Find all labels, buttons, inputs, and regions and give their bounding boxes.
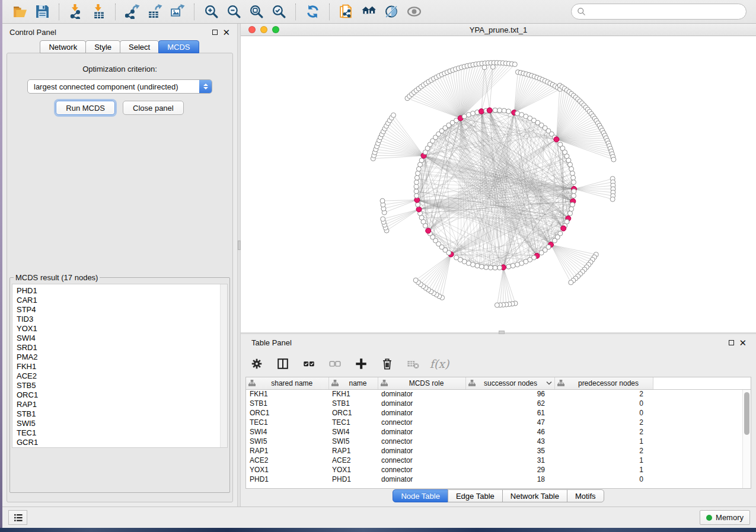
tab-network-table[interactable]: Network Table [502,489,567,502]
cell-name: SWI4 [328,427,378,437]
toggle-graphics-details-icon [384,4,399,19]
window-zoom-icon[interactable] [272,26,279,33]
toggle-graphics-details-button[interactable] [382,3,400,21]
cell-shared-name: SWI5 [246,437,328,446]
table-settings-button[interactable] [249,356,264,371]
table-row[interactable]: FKH1FKH1dominator962 [246,389,751,399]
tab-motifs[interactable]: Motifs [567,489,604,502]
export-network-button[interactable] [123,3,141,21]
close-panel-icon[interactable]: ✕ [222,30,230,35]
table-row[interactable]: ORC1ORC1dominator610 [246,408,751,418]
zoom-out-button[interactable] [225,3,243,21]
mcds-result-item[interactable]: SWI5 [17,419,227,428]
save-session-button[interactable] [33,3,51,21]
network-canvas[interactable] [241,36,756,332]
zoom-fit-button[interactable] [247,3,265,21]
mcds-result-list: PHD1CAR1STP4TID3YOX1SWI4SRD1PMA2FKH1ACE2… [12,284,228,448]
mcds-result-item[interactable]: YOX1 [17,324,227,334]
node-table: shared namenameMCDS rolesuccessor nodesp… [245,377,751,489]
cell-MCDS-role: dominator [378,427,465,437]
export-image-button[interactable] [168,3,186,21]
mcds-result-item[interactable]: TID3 [17,315,227,324]
mcds-result-item[interactable]: PMA2 [17,352,227,362]
mcds-result-item[interactable]: STP4 [17,305,227,315]
mcds-result-item[interactable]: FKH1 [17,362,227,371]
table-row[interactable]: YOX1YOX1connector291 [246,465,751,475]
search-box[interactable] [571,4,747,20]
memory-button[interactable]: Memory [700,510,750,525]
table-splitter[interactable] [241,332,756,334]
mcds-result-item[interactable]: STB1 [17,409,227,419]
share-document-button[interactable] [337,3,355,21]
export-table-button[interactable] [146,3,164,21]
tab-mcds[interactable]: MCDS [158,40,199,53]
column-header-predecessor-nodes[interactable]: predecessor nodes [554,377,653,389]
table-row[interactable]: SWI4SWI4dominator462 [246,427,751,437]
table-row[interactable]: RAP1RAP1dominator352 [246,446,751,456]
tab-node-table[interactable]: Node Table [393,489,448,502]
task-history-button[interactable] [8,510,27,525]
refresh-layout-button[interactable] [304,3,321,21]
import-table-button[interactable] [90,3,107,21]
cell-successor-nodes: 62 [465,399,554,408]
table-row[interactable]: STB1STB1dominator620 [246,399,751,408]
tab-network[interactable]: Network [40,40,86,53]
show-hide-button[interactable] [405,3,423,21]
column-header-shared-name[interactable]: shared name [246,377,328,389]
mcds-result-item[interactable]: SRD1 [17,343,227,352]
result-list-scrollbar[interactable] [220,284,227,447]
close-table-panel-icon[interactable]: ✕ [739,340,747,345]
cell-successor-nodes: 35 [465,446,554,456]
run-mcds-button[interactable]: Run MCDS [56,101,115,115]
zoom-selected-button[interactable] [270,3,288,21]
deselect-all-button[interactable] [327,356,343,371]
cell-successor-nodes: 18 [465,475,554,484]
mcds-result-item[interactable]: CAR1 [17,296,227,305]
delete-button[interactable] [379,356,395,371]
desktop-wallpaper-bottom [0,528,756,532]
table-panel-title: Table Panel [251,338,292,347]
mcds-result-item[interactable]: TEC1 [17,428,227,438]
close-panel-button[interactable]: Close panel [123,101,184,115]
cell-predecessor-nodes: 1 [554,437,653,446]
home-network-button[interactable] [360,3,378,21]
table-scrollbar[interactable] [742,390,751,488]
cell-name: STB1 [328,399,378,408]
column-header-MCDS-role[interactable]: MCDS role [378,377,465,389]
open-file-button[interactable] [11,3,28,21]
table-row[interactable]: ACE2ACE2connector311 [246,456,751,465]
mcds-result-item[interactable]: STB5 [17,381,227,390]
export-table-icon [148,4,162,19]
window-minimize-icon[interactable] [260,26,267,33]
tab-style[interactable]: Style [85,40,120,53]
table-scrollbar-thumb[interactable] [744,392,749,435]
table-row[interactable]: PHD1PHD1dominator180 [246,475,751,484]
search-input[interactable] [589,7,741,16]
mcds-result-item[interactable]: ORC1 [17,390,227,400]
optimization-criterion-select[interactable]: largest connected component (undirected) [27,79,212,94]
cell-name: SWI5 [328,437,378,446]
add-button[interactable] [353,356,369,371]
window-close-icon[interactable] [248,26,256,33]
float-table-panel-icon[interactable] [729,340,734,345]
memory-status-icon [706,515,712,521]
column-header-name[interactable]: name [328,377,378,389]
table-row[interactable]: TEC1TEC1connector472 [246,418,751,427]
table-splitter-grip[interactable] [499,331,505,334]
zoom-in-button[interactable] [202,3,220,21]
select-all-button[interactable] [301,356,317,371]
mcds-result-item[interactable]: PHD1 [17,286,227,296]
column-header-successor-nodes[interactable]: successor nodes [465,377,554,389]
mcds-result-item[interactable]: ACE2 [17,371,227,381]
tab-edge-table[interactable]: Edge Table [448,489,503,502]
cell-predecessor-nodes: 2 [554,446,653,456]
cell-predecessor-nodes: 1 [554,456,653,465]
mcds-result-item[interactable]: SWI4 [17,334,227,343]
mcds-result-item[interactable]: RAP1 [17,400,227,409]
float-panel-icon[interactable] [212,30,218,35]
show-columns-button[interactable] [275,356,291,371]
table-row[interactable]: SWI5SWI5connector431 [246,437,751,446]
mcds-result-item[interactable]: GCR1 [17,438,227,447]
import-network-button[interactable] [67,3,85,21]
tab-select[interactable]: Select [120,40,159,53]
